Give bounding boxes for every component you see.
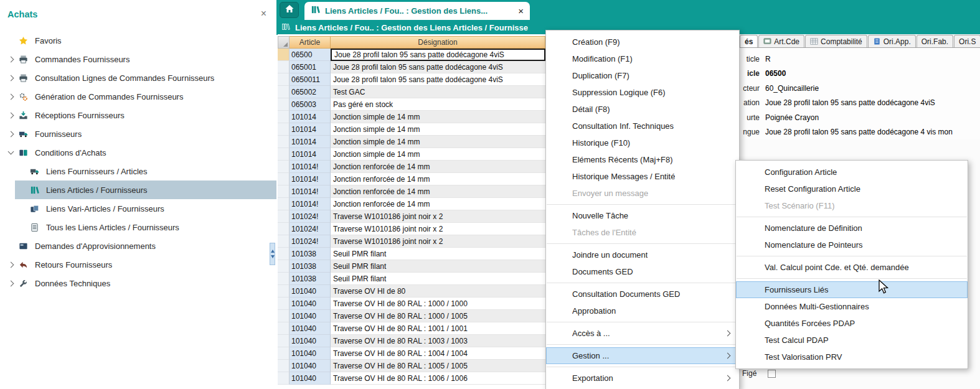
chevron-right-icon[interactable]	[7, 56, 14, 62]
sidebar-item-receptions-fournisseurs[interactable]: Réceptions Fournisseurs	[0, 106, 276, 124]
menu-item-acces-a[interactable]: Accès à ...	[546, 325, 739, 342]
row-selector-cell[interactable]	[278, 347, 290, 360]
article-cell[interactable]: 101014!	[290, 185, 331, 198]
designation-cell[interactable]: Traverse OV HI de 80 RAL : 1000 / 1000	[331, 298, 545, 310]
row-selector-cell[interactable]	[278, 148, 290, 161]
designation-cell[interactable]: Traverse OV HI de 80 RAL : 1005 / 1005	[331, 360, 545, 372]
article-cell[interactable]: 101014	[290, 123, 331, 136]
row-selector-cell[interactable]	[278, 372, 290, 385]
article-cell[interactable]: 101040	[290, 347, 331, 360]
article-cell[interactable]: 065001	[290, 61, 331, 73]
menu-item-exportation[interactable]: Exportation	[546, 370, 739, 387]
article-cell[interactable]: 101040	[290, 285, 331, 298]
submenu-item-test-calcul-pdap[interactable]: Test Calcul PDAP	[736, 332, 968, 349]
row-selector-cell[interactable]	[278, 98, 290, 111]
chevron-right-icon[interactable]	[7, 93, 14, 100]
row-selector-cell[interactable]	[278, 260, 290, 273]
menu-item-duplication-f7[interactable]: Duplication (F7)	[546, 67, 739, 84]
tab-ori-s[interactable]: Ori.S	[954, 35, 980, 47]
row-selector-cell[interactable]	[278, 185, 290, 198]
designation-cell[interactable]: Traverse OV HI de 80 RAL : 1006 / 1006	[331, 372, 545, 385]
designation-cell[interactable]: Jonction simple de 14 mm	[331, 111, 545, 123]
article-cell[interactable]: 101024!	[290, 210, 331, 223]
select-all-cell[interactable]	[278, 36, 290, 49]
submenu-item-configuration-article[interactable]: Configuration Article	[736, 164, 968, 180]
tab-ori-app[interactable]: Ori.App.	[868, 35, 916, 47]
designation-cell[interactable]: Pas géré en stock	[331, 98, 545, 111]
article-cell[interactable]: 101024!	[290, 235, 331, 248]
row-selector-cell[interactable]	[278, 223, 290, 235]
article-cell[interactable]: 101014	[290, 111, 331, 123]
submenu-item-quantites-forcees-pdap[interactable]: Quantités Forcées PDAP	[736, 315, 968, 332]
submenu-item-nomenclature-de-pointeurs[interactable]: Nomenclature de Pointeurs	[736, 237, 968, 253]
article-cell[interactable]: 101014	[290, 148, 331, 161]
menu-item-modification-f1[interactable]: Modification (F1)	[546, 50, 739, 67]
designation-cell[interactable]: Jonction simple de 14 mm	[331, 136, 545, 148]
sidebar-item-liens-fournisseurs-articles[interactable]: Liens Fournisseurs / Articles	[0, 162, 276, 180]
menu-item-consultation-inf-techniques[interactable]: Consultation Inf. Techniques	[546, 118, 739, 134]
designation-cell[interactable]: Joue 28 profil talon 95 sans patte dodéc…	[331, 73, 545, 86]
row-selector-cell[interactable]	[278, 310, 290, 322]
article-cell[interactable]: 101024!	[290, 223, 331, 235]
sidebar-item-commandes-fournisseurs[interactable]: Commandes Fournisseurs	[0, 50, 276, 68]
submenu-item-nomenclature-de-definition[interactable]: Nomenclature de Définition	[736, 220, 968, 237]
menu-item-historique-f10[interactable]: Historique (F10)	[546, 134, 739, 151]
designation-cell[interactable]: Traverse OV HI de 80	[331, 285, 545, 298]
sidebar-item-conditions-d-achats[interactable]: Conditions d'Achats	[0, 143, 276, 162]
menu-item-approbation[interactable]: Approbation	[546, 302, 739, 319]
sidebar-item-tous-les-liens-articles-fournisseurs[interactable]: Tous les Liens Articles / Fournisseurs	[0, 218, 276, 237]
row-selector-cell[interactable]	[278, 173, 290, 185]
row-selector-cell[interactable]	[278, 111, 290, 123]
article-cell[interactable]: 101014!	[290, 161, 331, 173]
menu-item-documents-ged[interactable]: Documents GED	[546, 263, 739, 280]
designation-cell[interactable]: Traverse OV HI de 80 RAL : 1003 / 1003	[331, 335, 545, 347]
article-cell[interactable]: 101014!	[290, 173, 331, 185]
article-cell[interactable]: 101040	[290, 322, 331, 335]
row-selector-cell[interactable]	[278, 123, 290, 136]
sidebar-item-generation-de-commandes-fournisseurs[interactable]: Génération de Commandes Fournisseurs	[0, 87, 276, 106]
article-cell[interactable]: 065002	[290, 86, 331, 98]
tab-ori-fab[interactable]: Ori.Fab.	[916, 35, 953, 47]
menu-item-nouvelle-tache[interactable]: Nouvelle Tâche	[546, 207, 739, 224]
submenu-item-val-calcul-point-cde-et-qte-demandee[interactable]: Val. Calcul point Cde. et Qté. demandée	[736, 259, 968, 276]
article-cell[interactable]: 101014	[290, 136, 331, 148]
article-cell[interactable]: 101040	[290, 298, 331, 310]
tab-es[interactable]: és	[740, 35, 758, 47]
designation-cell[interactable]: Jonction renforcée de 14 mm	[331, 198, 545, 210]
column-header-article[interactable]: Article	[290, 36, 331, 49]
row-selector-cell[interactable]	[278, 210, 290, 223]
submenu-item-fournisseurs-lies[interactable]: Fournisseurs Liés	[736, 281, 968, 298]
sidebar-item-liens-vari-articles-fournisseurs[interactable]: Liens Vari-Articles / Fournisseurs	[0, 199, 276, 218]
row-selector-cell[interactable]	[278, 161, 290, 173]
designation-cell[interactable]: Joue 28 profil talon 95 sans patte dodéc…	[331, 49, 545, 61]
tab-comptabilite[interactable]: Comptabilité	[805, 35, 867, 47]
designation-cell[interactable]: Joue 28 profil talon 95 sans patte dodéc…	[331, 61, 545, 73]
chevron-right-icon[interactable]	[7, 131, 14, 137]
designation-cell[interactable]: Jonction simple de 14 mm	[331, 148, 545, 161]
row-selector-cell[interactable]	[278, 73, 290, 86]
tab-art-cde[interactable]: Art.Cde	[758, 35, 804, 47]
submenu-item-test-valorisation-prv[interactable]: Test Valorisation PRV	[736, 349, 968, 365]
row-selector-cell[interactable]	[278, 86, 290, 98]
article-cell[interactable]: 0650011	[290, 73, 331, 86]
article-cell[interactable]: 101014!	[290, 198, 331, 210]
designation-cell[interactable]: Jonction simple de 14 mm	[331, 123, 545, 136]
sidebar-item-fournisseurs[interactable]: Fournisseurs	[0, 124, 276, 143]
menu-item-joindre-un-document[interactable]: Joindre un document	[546, 246, 739, 263]
designation-cell[interactable]: Traverse OV HI de 80 RAL : 1004 / 1004	[331, 347, 545, 360]
designation-cell[interactable]: Seuil PMR filant	[331, 273, 545, 285]
sidebar-item-demandes-d-approvisionnements[interactable]: Demandes d'Approvisionnements	[0, 237, 276, 255]
tab-close-icon[interactable]: ×	[518, 6, 524, 16]
designation-cell[interactable]: Traverse W1010186 joint noir x 2	[331, 210, 545, 223]
fige-checkbox[interactable]	[768, 370, 776, 378]
sidebar-close-icon[interactable]: ×	[261, 9, 266, 18]
designation-cell[interactable]: Traverse OV HI de 80 RAL : 1001 / 1001	[331, 322, 545, 335]
menu-item-suppression-logique-f6[interactable]: Suppression Logique (F6)	[546, 84, 739, 101]
column-header-designation[interactable]: Désignation	[331, 36, 545, 49]
designation-cell[interactable]: Jonction renforcée de 14 mm	[331, 185, 545, 198]
designation-cell[interactable]: Jonction renforcée de 14 mm	[331, 173, 545, 185]
article-cell[interactable]: 101040	[290, 360, 331, 372]
sidebar-item-retours-fournisseurs[interactable]: Retours Fournisseurs	[0, 255, 276, 274]
splitter-handle[interactable]	[270, 243, 275, 265]
row-selector-cell[interactable]	[278, 49, 290, 61]
